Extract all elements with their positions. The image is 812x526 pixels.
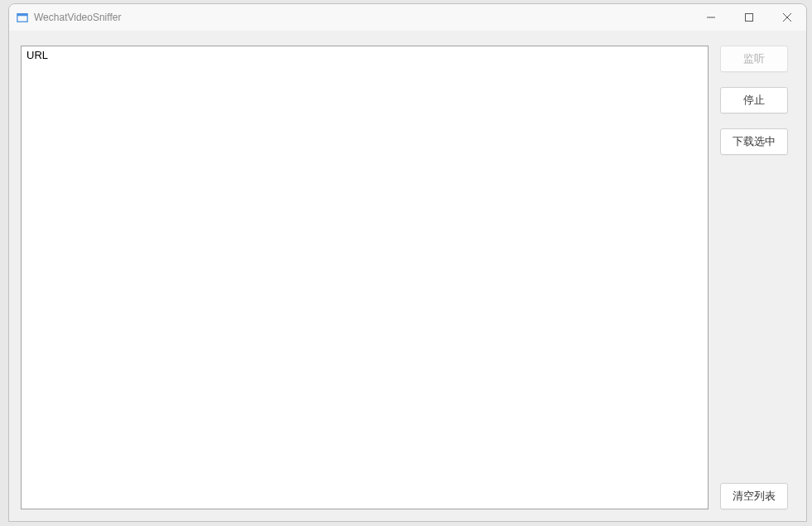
minimize-button[interactable] <box>692 4 730 31</box>
window-controls <box>692 4 806 31</box>
app-icon <box>16 11 29 24</box>
maximize-button[interactable] <box>730 4 768 31</box>
stop-button[interactable]: 停止 <box>720 87 788 113</box>
titlebar: WechatVideoSniffer <box>9 4 806 31</box>
app-window: WechatVideoSniffer URL 监听 停止 下载选中 清空列表 <box>8 3 807 522</box>
svg-rect-3 <box>746 14 753 22</box>
window-title: WechatVideoSniffer <box>34 12 692 23</box>
clear-list-button[interactable]: 清空列表 <box>720 483 788 509</box>
spacer <box>720 170 795 468</box>
download-selected-button[interactable]: 下载选中 <box>720 128 788 155</box>
svg-rect-1 <box>17 14 27 17</box>
action-sidebar: 监听 停止 下载选中 清空列表 <box>720 46 795 509</box>
listen-button[interactable]: 监听 <box>720 46 788 72</box>
close-button[interactable] <box>768 4 806 31</box>
url-column-header[interactable]: URL <box>22 46 708 65</box>
url-list[interactable]: URL <box>21 46 709 509</box>
content-area: URL 监听 停止 下载选中 清空列表 <box>9 31 806 521</box>
